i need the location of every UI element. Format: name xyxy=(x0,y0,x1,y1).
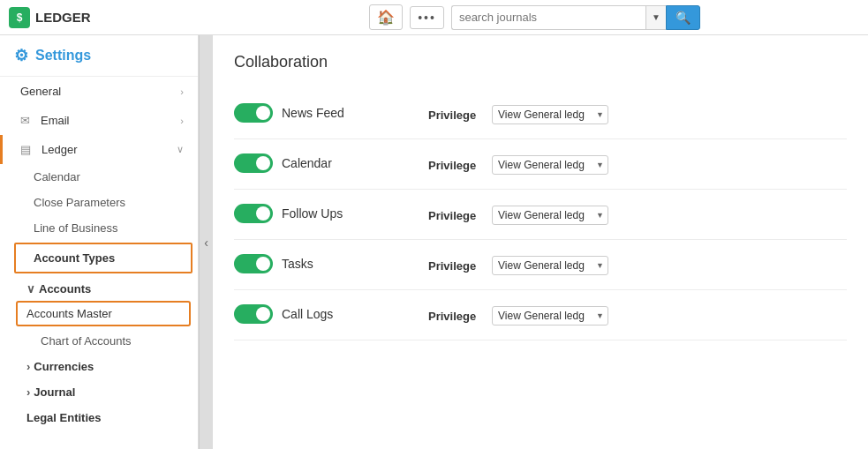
search-dropdown-button[interactable]: ▼ xyxy=(645,5,666,30)
home-button[interactable]: 🏠 xyxy=(369,4,403,30)
sidebar-item-calendar[interactable]: Calendar xyxy=(9,164,198,190)
line-of-business-label: Line of Business xyxy=(34,221,117,235)
collapse-icon: ‹ xyxy=(204,236,208,250)
privilege-label-tasks: Privilege xyxy=(428,259,481,273)
ledger-submenu: Calendar Close Parameters Line of Busine… xyxy=(0,164,198,430)
logo-area: $ LEDGER xyxy=(9,7,203,28)
sidebar-item-journal[interactable]: › Journal xyxy=(9,379,198,405)
more-button[interactable]: ••• xyxy=(410,6,444,29)
privilege-select-follow-ups[interactable]: View General ledg Edit General ledger No… xyxy=(492,206,608,225)
collab-left-calendar: Calendar xyxy=(234,153,428,173)
tasks-toggle[interactable] xyxy=(234,254,273,273)
privilege-select-calendar[interactable]: View General ledg Edit General ledger No… xyxy=(492,155,608,175)
sidebar-item-accounts-master[interactable]: Accounts Master xyxy=(16,301,191,326)
toggle-slider-tasks xyxy=(234,254,273,273)
collab-left-follow-ups: Follow Ups xyxy=(234,204,428,223)
chart-of-accounts-label: Chart of Accounts xyxy=(41,334,132,348)
tasks-label: Tasks xyxy=(282,257,313,271)
topbar-center: 🏠 ••• ▼ 🔍 xyxy=(210,4,859,30)
sidebar-item-chart-of-accounts[interactable]: Chart of Accounts xyxy=(9,328,198,354)
page-title: Collaboration xyxy=(234,53,847,71)
account-types-label: Account Types xyxy=(34,251,115,265)
chevron-down-icon-ledger: ∨ xyxy=(177,144,184,155)
call-logs-settings: Privilege View General ledg Edit General… xyxy=(428,304,847,326)
chevron-right-icon-email: › xyxy=(180,116,184,126)
collab-row-call-logs: Call Logs Privilege View General ledg Ed… xyxy=(234,290,847,340)
calendar-toggle[interactable] xyxy=(234,153,273,173)
logo-icon: $ xyxy=(9,7,30,28)
sidebar-item-legal-entities[interactable]: Legal Entities xyxy=(9,405,198,430)
toggle-slider-call xyxy=(234,304,273,324)
privilege-label-call-logs: Privilege xyxy=(428,310,481,323)
privilege-select-wrapper-news-feed: View General ledg Edit General ledger No… xyxy=(492,105,608,124)
collab-row-tasks: Tasks Privilege View General ledg Edit G… xyxy=(234,240,847,290)
collab-left-news-feed: News Feed xyxy=(234,103,428,123)
call-logs-toggle[interactable] xyxy=(234,304,273,324)
toggle-slider xyxy=(234,103,273,123)
sidebar-item-general[interactable]: General › xyxy=(0,77,198,106)
expand-accounts-icon: ∨ xyxy=(26,282,35,296)
toggle-slider-follow xyxy=(234,204,273,223)
privilege-select-wrapper-follow-ups: View General ledg Edit General ledger No… xyxy=(492,206,608,225)
search-area: ▼ 🔍 xyxy=(451,5,700,30)
sidebar-item-accounts[interactable]: ∨ Accounts xyxy=(9,275,198,299)
sidebar-collapse-button[interactable]: ‹ xyxy=(199,35,213,449)
close-parameters-label: Close Parameters xyxy=(34,196,125,209)
sidebar-item-general-label: General xyxy=(20,85,180,98)
email-icon: ✉ xyxy=(20,114,30,127)
search-submit-button[interactable]: 🔍 xyxy=(666,5,700,30)
search-input[interactable] xyxy=(451,5,645,30)
search-icon: 🔍 xyxy=(676,11,691,25)
journal-label: Journal xyxy=(34,385,75,399)
call-logs-label: Call Logs xyxy=(282,307,333,321)
follow-ups-settings: Privilege View General ledg Edit General… xyxy=(428,204,847,225)
follow-ups-toggle[interactable] xyxy=(234,204,273,223)
collab-row-follow-ups: Follow Ups Privilege View General ledg E… xyxy=(234,190,847,240)
news-feed-label: News Feed xyxy=(282,106,344,120)
expand-currencies-icon: › xyxy=(26,360,30,373)
calendar-settings: Privilege View General ledg Edit General… xyxy=(428,153,847,175)
accounts-label: Accounts xyxy=(39,282,91,296)
calendar-label-collab: Calendar xyxy=(282,156,332,170)
news-feed-toggle[interactable] xyxy=(234,103,273,123)
sidebar-item-close-parameters[interactable]: Close Parameters xyxy=(9,190,198,215)
content-area: Collaboration News Feed Privilege View G… xyxy=(213,35,868,449)
sidebar-item-currencies[interactable]: › Currencies xyxy=(9,354,198,379)
privilege-select-tasks[interactable]: View General ledg Edit General ledger No… xyxy=(492,256,608,275)
chevron-down-icon: ▼ xyxy=(652,12,660,22)
privilege-select-wrapper-tasks: View General ledg Edit General ledger No… xyxy=(492,256,608,275)
privilege-label-calendar: Privilege xyxy=(428,159,481,172)
privilege-select-wrapper-calendar: View General ledg Edit General ledger No… xyxy=(492,155,608,175)
privilege-select-call-logs[interactable]: View General ledg Edit General ledger No… xyxy=(492,306,608,326)
collab-row-calendar: Calendar Privilege View General ledg Edi… xyxy=(234,139,847,190)
settings-icon: ⚙ xyxy=(14,46,28,65)
sidebar-item-ledger-label: Ledger xyxy=(42,143,170,156)
topbar: $ LEDGER 🏠 ••• ▼ 🔍 xyxy=(0,0,868,35)
sidebar-item-email-label: Email xyxy=(41,114,173,127)
collab-left-call-logs: Call Logs xyxy=(234,304,428,324)
sidebar-title: Settings xyxy=(35,48,91,64)
privilege-label-news-feed: Privilege xyxy=(428,109,481,122)
sidebar-item-line-of-business[interactable]: Line of Business xyxy=(9,215,198,241)
sidebar-item-ledger[interactable]: ▤ Ledger ∨ xyxy=(0,135,198,164)
privilege-select-wrapper-call-logs: View General ledg Edit General ledger No… xyxy=(492,306,608,326)
privilege-label-follow-ups: Privilege xyxy=(428,209,481,222)
toggle-slider-cal xyxy=(234,153,273,173)
news-feed-settings: Privilege View General ledg Edit General… xyxy=(428,103,847,124)
sidebar: ⚙ Settings General › ✉ Email › ▤ Ledger … xyxy=(0,35,199,449)
chevron-right-icon: › xyxy=(180,86,184,97)
sidebar-item-account-types[interactable]: Account Types xyxy=(14,243,192,273)
calendar-label: Calendar xyxy=(34,170,80,183)
app-title: LEDGER xyxy=(35,10,91,25)
privilege-select-news-feed[interactable]: View General ledg Edit General ledger No… xyxy=(492,105,608,124)
collab-row-news-feed: News Feed Privilege View General ledg Ed… xyxy=(234,89,847,139)
ledger-icon: ▤ xyxy=(20,143,31,156)
legal-entities-label: Legal Entities xyxy=(26,411,102,424)
follow-ups-label: Follow Ups xyxy=(282,206,343,221)
accounts-master-label: Accounts Master xyxy=(26,307,112,320)
expand-journal-icon: › xyxy=(26,385,30,399)
currencies-label: Currencies xyxy=(34,360,94,373)
sidebar-header: ⚙ Settings xyxy=(0,35,198,77)
sidebar-item-email[interactable]: ✉ Email › xyxy=(0,106,198,135)
main-layout: ⚙ Settings General › ✉ Email › ▤ Ledger … xyxy=(0,35,868,449)
